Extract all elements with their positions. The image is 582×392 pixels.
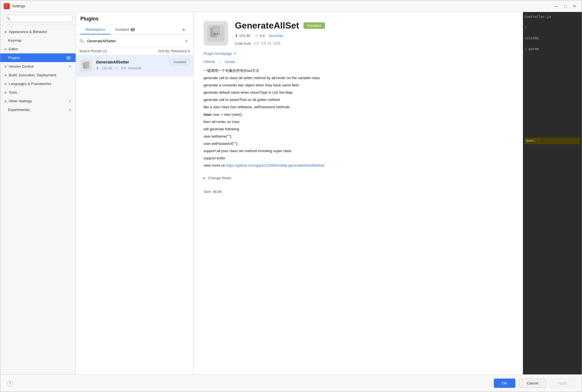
cancel-button[interactable]: Cancel	[519, 379, 546, 388]
code-line-2: )	[525, 25, 527, 29]
sidebar-item-label: Experimental	[8, 108, 29, 112]
plugin-installed-button[interactable]: Installed	[170, 59, 190, 65]
detail-content: GenerateAllSet Installed ⬇ 153.4K ☆ 4.9	[193, 12, 523, 374]
maximize-button[interactable]: □	[562, 2, 569, 10]
results-count: Search Results (1)	[79, 49, 107, 53]
detail-rating: ☆ 4.9	[255, 34, 265, 38]
sidebar-item-label: Build, Execution, Deployment	[9, 73, 56, 77]
sidebar-item-label: Other Settings	[9, 99, 32, 103]
detail-installed-badge: Installed	[303, 22, 325, 29]
sidebar-search-input[interactable]	[4, 15, 72, 22]
sidebar-item-appearance[interactable]: ▶ Appearance & Behavior	[0, 27, 76, 36]
code-panel: Controller.ja ) rvletRe ) param Name: "	[523, 12, 582, 374]
sidebar-item-tools[interactable]: ▶ Tools	[0, 88, 76, 97]
desc-line-1: generate call to class all setter method…	[204, 75, 513, 81]
github-url-link[interactable]: https://github.com/gejun123456/intellij-…	[226, 163, 324, 167]
desc-line-10: user.setPassword("");	[204, 141, 513, 147]
detail-panel: GenerateAllSet Installed ⬇ 153.4K ☆ 4.9	[193, 12, 523, 374]
search-clear-button[interactable]: ✕	[183, 38, 190, 44]
help-button[interactable]: ?	[7, 380, 13, 386]
detail-author-link[interactable]: bruceGe	[269, 34, 283, 38]
tabs-row: Marketplace Installed 1 ⚙	[80, 25, 189, 34]
desc-line-12: support kotlin	[204, 155, 513, 161]
detail-description: 一键调用一个对象的所有的set方法 generate call to class…	[204, 68, 513, 169]
sidebar-item-label: Plugins	[8, 56, 20, 60]
plugin-homepage-link[interactable]: Plugin homepage ↗	[204, 51, 236, 56]
desc-line-9: user.setName("");	[204, 133, 513, 140]
change-notes-header[interactable]: ▶ Change Notes	[204, 174, 513, 182]
svg-rect-7	[217, 33, 218, 35]
sidebar-item-other[interactable]: ▶ Other Settings ⎘	[0, 97, 76, 105]
ok-button[interactable]: OK	[494, 379, 515, 388]
tab-marketplace[interactable]: Marketplace	[80, 25, 110, 34]
plugins-panel: Plugins Marketplace Installed 1 ⚙ 🔍 ✕	[76, 12, 193, 374]
plugin-detail-icon	[204, 21, 228, 46]
sidebar: ▶ Appearance & Behavior Keymap ▶ Editor …	[0, 12, 76, 374]
sidebar-item-plugins[interactable]: Plugins 1	[0, 53, 76, 62]
list-item[interactable]: GenerateAllSetter Installed ⬇ 153.4K ☆ 4…	[76, 55, 193, 77]
copy-icon: ⎘	[69, 65, 71, 69]
category-tag: Code tools	[235, 42, 251, 46]
sidebar-item-experimental[interactable]: Experimental ⎘	[0, 105, 76, 114]
downloads-value: 153.4K	[239, 34, 251, 38]
plugin-search-bar: 🔍 ✕	[76, 35, 193, 48]
code-line-highlight: Name: "	[525, 138, 580, 144]
installed-badge: 1	[130, 28, 135, 31]
size-value: Size: 48.8K	[204, 190, 222, 194]
minimize-button[interactable]: —	[553, 2, 560, 10]
tab-installed[interactable]: Installed 1	[110, 25, 140, 34]
detail-source-links: GitHub | Issues	[204, 60, 513, 64]
chevron-down-icon: ▾	[188, 49, 190, 53]
detail-downloads: ⬇ 153.4K	[235, 34, 251, 38]
github-link[interactable]: GitHub	[204, 60, 215, 64]
sidebar-item-editor[interactable]: ▶ Editor	[0, 45, 76, 53]
detail-title-row: GenerateAllSet Installed	[235, 20, 325, 31]
download-icon: ⬇	[235, 34, 238, 38]
change-notes-section: ▶ Change Notes	[204, 174, 513, 182]
bold-user: User	[204, 112, 212, 117]
change-notes-label: Change Notes	[208, 176, 231, 180]
apply-button[interactable]: Apply	[550, 379, 575, 388]
title-bar: 🔴 Settings — □ ✕	[0, 0, 582, 12]
change-notes-arrow-icon: ▶	[204, 176, 206, 180]
plugin-icon	[79, 59, 93, 72]
plugin-info: GenerateAllSetter Installed ⬇ 153.4K ☆ 4…	[96, 59, 190, 70]
tab-installed-label: Installed	[115, 27, 129, 32]
sort-dropdown[interactable]: Sort By: Relevance ▾	[158, 49, 190, 53]
svg-rect-2	[85, 62, 89, 68]
title-bar-controls: — □ ✕	[553, 2, 578, 10]
detail-meta-row: ⬇ 153.4K ☆ 4.9 bruceGe	[235, 34, 325, 38]
sidebar-item-languages[interactable]: ▶ Languages & Frameworks	[0, 79, 76, 88]
tab-marketplace-label: Marketplace	[85, 27, 105, 32]
rating-value: 4.9	[121, 66, 126, 70]
arrow-icon: ▶	[5, 65, 7, 68]
sidebar-item-version-control[interactable]: ▶ Version Control ⎘	[0, 62, 76, 71]
arrow-icon: ▶	[5, 74, 7, 77]
sidebar-search-box	[0, 12, 76, 25]
close-button[interactable]: ✕	[571, 2, 578, 10]
link-divider: |	[219, 60, 220, 64]
results-info-bar: Search Results (1) Sort By: Relevance ▾	[76, 48, 193, 55]
sidebar-item-keymap[interactable]: Keymap	[0, 36, 76, 45]
desc-line-6: User user = new User();	[204, 112, 513, 118]
plugin-search-input[interactable]	[85, 37, 181, 44]
detail-header: GenerateAllSet Installed ⬇ 153.4K ☆ 4.9	[204, 20, 513, 46]
star-icon: ☆	[115, 66, 118, 70]
plugins-title: Plugins	[80, 16, 189, 22]
desc-line-2: generate a converter two object when the…	[204, 82, 513, 88]
sidebar-item-label: Languages & Frameworks	[9, 82, 51, 86]
downloads-count: 153.4K	[102, 66, 112, 70]
code-line-1: Controller.ja	[525, 15, 551, 19]
settings-gear-button[interactable]: ⚙	[179, 25, 189, 34]
arrow-icon: ▶	[5, 48, 7, 51]
author-name: bruceGe	[128, 66, 141, 70]
detail-links: Plugin homepage ↗	[204, 51, 513, 56]
version-tag: 2.5	[254, 42, 258, 46]
code-line-4: ) param	[525, 47, 539, 51]
sidebar-item-build[interactable]: ▶ Build, Execution, Deployment	[0, 71, 76, 79]
app-icon: 🔴	[4, 3, 10, 9]
desc-line-7: then alt+enter on User	[204, 119, 513, 125]
sidebar-item-label: Tools	[9, 90, 17, 95]
issues-link[interactable]: Issues	[225, 60, 235, 64]
desc-line-13: view more on https://github.com/gejun123…	[204, 162, 513, 169]
